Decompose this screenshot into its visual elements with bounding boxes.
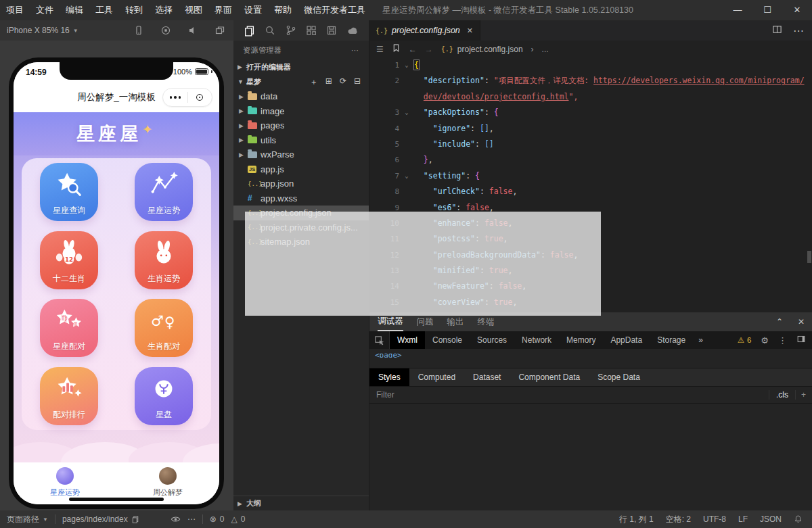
menu-item-选择[interactable]: 选择: [149, 0, 179, 20]
language-mode[interactable]: JSON: [760, 514, 782, 524]
menu-item-界面[interactable]: 界面: [208, 0, 238, 20]
styles-tab-component-data[interactable]: Component Data: [510, 368, 589, 386]
devtools-tab-storage[interactable]: Storage: [650, 331, 693, 349]
styles-tab-styles[interactable]: Styles: [369, 368, 409, 386]
add-style-icon[interactable]: +: [795, 390, 806, 400]
settings-gear-icon[interactable]: ⚙: [761, 335, 769, 345]
plugins-icon[interactable]: [306, 25, 317, 36]
rotate-device-icon[interactable]: [133, 25, 144, 36]
copy-icon[interactable]: [131, 515, 139, 524]
menu-item-帮助[interactable]: 帮助: [268, 0, 298, 20]
wxml-element-tree[interactable]: <page>: [369, 349, 812, 358]
git-branch-icon[interactable]: [286, 25, 296, 36]
nav-forward-icon[interactable]: →: [425, 45, 433, 54]
new-folder-icon[interactable]: ⊞: [325, 76, 332, 88]
refresh-icon[interactable]: ⟳: [340, 76, 346, 88]
menu-item-工具[interactable]: 工具: [89, 0, 119, 20]
app-icon-gender-pair[interactable]: ♂♀生肖配对: [135, 299, 193, 357]
tab-close-icon[interactable]: ✕: [467, 26, 473, 35]
editor-scrollbar[interactable]: [807, 251, 811, 263]
dock-side-icon[interactable]: [796, 335, 806, 345]
explorer-files-icon[interactable]: [244, 25, 255, 37]
devtools-tab-wxml[interactable]: Wxml: [390, 331, 425, 349]
app-icon-rabbit-12[interactable]: 12十二生肖: [40, 231, 98, 289]
tree-item-image[interactable]: ▶image: [233, 104, 369, 119]
panel-collapse-icon[interactable]: ⌃: [776, 317, 783, 327]
cursor-position[interactable]: 行 1, 列 1: [619, 514, 654, 525]
more-actions-icon[interactable]: ⋯: [793, 24, 804, 37]
styles-tab-computed[interactable]: Computed: [409, 368, 464, 386]
tree-item-app-json[interactable]: {..}app.json: [233, 176, 369, 191]
explorer-more-icon[interactable]: ⋯: [351, 46, 359, 55]
project-section[interactable]: ▼ 星梦 ＋ ⊞ ⟳ ⊟: [233, 74, 369, 89]
record-icon[interactable]: [160, 25, 171, 36]
eye-icon[interactable]: [171, 515, 181, 523]
tree-item-app-wxss[interactable]: #app.wxss: [233, 191, 369, 206]
capsule-menu[interactable]: [162, 88, 212, 107]
open-editors-section[interactable]: ▶ 打开的编辑器: [233, 59, 369, 74]
multi-window-icon[interactable]: [215, 25, 225, 36]
outline-list-icon[interactable]: ☰: [376, 45, 384, 54]
encoding-setting[interactable]: UTF-8: [703, 514, 726, 524]
devtools-tab-sources[interactable]: Sources: [470, 331, 514, 349]
warning-counter[interactable]: △0: [231, 514, 245, 524]
app-icon-rank-star[interactable]: 配对排行: [40, 367, 98, 425]
tab-project-config-json[interactable]: {.} project.config.json ✕: [369, 20, 480, 41]
outline-section[interactable]: ▶ 大纲: [233, 496, 369, 510]
minimize-button[interactable]: —: [723, 0, 752, 20]
app-icon-astro-disc[interactable]: 星盘: [135, 367, 193, 425]
panel-close-icon[interactable]: ✕: [798, 317, 805, 327]
close-button[interactable]: ✕: [782, 0, 812, 20]
breadcrumb-file[interactable]: {.} project.config.json: [441, 45, 523, 54]
error-counter[interactable]: ⊗0: [210, 514, 225, 524]
devtools-menu-icon[interactable]: ⋮: [778, 335, 787, 345]
tree-item-pages[interactable]: ▶pages: [233, 118, 369, 133]
more-dots-icon[interactable]: [163, 96, 187, 99]
fold-chevron-icon[interactable]: ⌄: [399, 105, 414, 120]
split-editor-icon[interactable]: [772, 24, 782, 37]
eol-setting[interactable]: LF: [738, 514, 748, 524]
app-icon-rabbit[interactable]: 生肖运势: [135, 231, 193, 289]
devtools-warning-badge[interactable]: ⚠6: [738, 335, 752, 345]
inspect-element-icon[interactable]: [369, 331, 390, 349]
styles-tab-dataset[interactable]: Dataset: [464, 368, 510, 386]
devtools-tab-console[interactable]: Console: [425, 331, 470, 349]
tree-item-app-js[interactable]: JSapp.js: [233, 162, 369, 177]
indentation-setting[interactable]: 空格: 2: [666, 514, 691, 525]
fold-chevron-icon[interactable]: ⌄: [399, 168, 414, 184]
menu-item-设置[interactable]: 设置: [238, 0, 268, 20]
app-icon-star-search[interactable]: 星座查询: [40, 163, 98, 221]
menu-item-项目[interactable]: 项目: [0, 0, 30, 20]
menu-item-编辑[interactable]: 编辑: [60, 0, 89, 20]
app-icon-constellation[interactable]: 星座运势: [135, 163, 193, 221]
exit-circle-icon[interactable]: [188, 94, 212, 101]
devtools-overflow-icon[interactable]: »: [693, 335, 708, 345]
tree-item-wxParse[interactable]: ▶wxParse: [233, 147, 369, 162]
styles-tab-scope-data[interactable]: Scope Data: [589, 368, 649, 386]
collapse-all-icon[interactable]: ⊟: [354, 76, 361, 88]
bookmark-icon[interactable]: [392, 43, 401, 55]
devtools-tab-network[interactable]: Network: [514, 331, 559, 349]
new-file-icon[interactable]: ＋: [310, 76, 318, 88]
current-page-path[interactable]: pages/index/index: [62, 514, 139, 524]
cloud-icon[interactable]: [347, 25, 359, 36]
notifications-bell-icon[interactable]: [794, 514, 803, 524]
cls-button[interactable]: .cls: [769, 390, 795, 400]
filter-input[interactable]: Filter: [376, 390, 394, 400]
statusbar-more-icon[interactable]: ⋯: [187, 514, 196, 524]
tree-item-data[interactable]: ▶data: [233, 89, 369, 104]
breadcrumb-more[interactable]: ...: [542, 45, 549, 54]
menu-item-转到[interactable]: 转到: [119, 0, 149, 20]
devtools-tab-appdata[interactable]: AppData: [603, 331, 650, 349]
device-selector[interactable]: iPhone X 85% 16 ▼: [7, 26, 78, 35]
tree-item-utils[interactable]: ▶utils: [233, 133, 369, 148]
nav-back-icon[interactable]: ←: [409, 45, 417, 54]
menu-item-文件[interactable]: 文件: [30, 0, 60, 20]
menu-item-微信开发者工具[interactable]: 微信开发者工具: [298, 0, 371, 20]
fold-chevron-icon[interactable]: ⌄: [399, 57, 414, 73]
search-icon[interactable]: [265, 25, 275, 36]
maximize-button[interactable]: ☐: [752, 0, 782, 20]
save-icon[interactable]: [326, 25, 337, 36]
app-icon-star-pair[interactable]: ♍♏星座配对: [40, 299, 98, 357]
menu-item-视图[interactable]: 视图: [179, 0, 208, 20]
